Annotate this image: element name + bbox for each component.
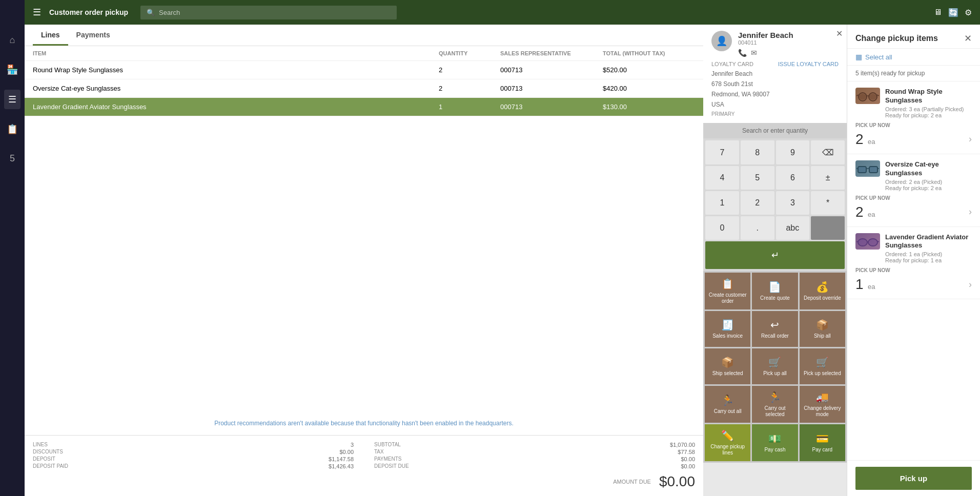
tab-lines[interactable]: Lines: [33, 25, 68, 46]
pickup-item[interactable]: Lavender Gradient Aviator Sunglasses Ord…: [847, 227, 980, 300]
pickup-item[interactable]: Round Wrap Style Sunglasses Ordered: 3 e…: [847, 81, 980, 154]
pickup-selected-label: Pick up selected: [804, 370, 841, 377]
issue-loyalty-button[interactable]: Issue loyalty card: [778, 61, 839, 67]
item-details-2: Oversize Cat-eye Sunglasses Ordered: 2 e…: [885, 160, 972, 191]
customer-name: Jennifer Beach: [738, 31, 839, 39]
num-2[interactable]: 2: [741, 191, 774, 215]
sidebar-orders-icon[interactable]: 📋: [3, 119, 22, 139]
pickup-now-label-3: PICK UP NOW: [855, 267, 972, 273]
carry-out-selected-label: Carry out selected: [755, 405, 794, 418]
pickup-items-list: Round Wrap Style Sunglasses Ordered: 3 e…: [847, 81, 980, 460]
create-quote-btn[interactable]: 📄 Create quote: [752, 273, 798, 309]
num-3[interactable]: 3: [776, 191, 810, 215]
pay-cash-btn[interactable]: 💵 Pay cash: [752, 424, 798, 461]
qty-display-2: 2 ea: [855, 204, 875, 220]
select-all-button[interactable]: Select all: [865, 53, 892, 61]
pickup-chevron-2[interactable]: ›: [969, 206, 972, 217]
hamburger-icon[interactable]: ☰: [33, 7, 41, 18]
recall-label: Recall order: [761, 333, 789, 339]
refresh-icon[interactable]: 🔄: [948, 8, 958, 17]
customer-avatar: 👤: [711, 31, 732, 51]
amount-due-label: AMOUNT DUE: [613, 479, 651, 485]
num-1[interactable]: 1: [705, 191, 739, 215]
num-4[interactable]: 4: [705, 166, 739, 190]
pickup-item[interactable]: Oversize Cat-eye Sunglasses Ordered: 2 e…: [847, 154, 980, 227]
carry-out-selected-btn[interactable]: 🏃 Carry out selected: [752, 386, 798, 423]
page-title: Customer order pickup: [49, 8, 128, 16]
sidebar-home-icon[interactable]: ⌂: [6, 31, 19, 50]
loyalty-row: LOYALTY CARD Issue loyalty card: [711, 61, 839, 67]
pickup-now-row-3: 1 ea ›: [855, 276, 972, 293]
num-7[interactable]: 7: [705, 140, 739, 164]
pick-up-all-btn[interactable]: 🛒 Pick up all: [752, 348, 798, 384]
deposit-value: $1,147.58: [329, 456, 354, 462]
item-details-3: Lavender Gradient Aviator Sunglasses Ord…: [885, 233, 972, 264]
search-input[interactable]: [159, 9, 391, 16]
item-rep: 000713: [500, 85, 603, 92]
customer-close-icon[interactable]: ✕: [836, 29, 843, 38]
deposit-override-btn[interactable]: 💰 Deposit override: [800, 273, 845, 309]
num-5[interactable]: 5: [741, 166, 774, 190]
deposit-label: Deposit override: [804, 295, 841, 301]
table-row[interactable]: Round Wrap Style Sunglasses 2 000713 $52…: [25, 61, 703, 79]
recall-order-btn[interactable]: ↩ Recall order: [752, 311, 798, 347]
plusminus-btn[interactable]: ±: [811, 166, 845, 190]
enter-btn[interactable]: ↵: [705, 241, 845, 269]
pickup-selected-icon: 🛒: [816, 356, 829, 368]
table-row-selected[interactable]: Lavender Gradient Aviator Sunglasses 1 0…: [25, 98, 703, 116]
item-ready-1: Ready for pickup: 2 ea: [885, 112, 972, 118]
num-8[interactable]: 8: [741, 140, 774, 164]
sales-invoice-btn[interactable]: 🧾 Sales invoice: [705, 311, 750, 347]
num-0[interactable]: 0: [705, 216, 739, 240]
tab-payments[interactable]: Payments: [68, 25, 118, 46]
item-ready-2: Ready for pickup: 2 ea: [885, 185, 972, 191]
item-details-1: Round Wrap Style Sunglasses Ordered: 3 e…: [885, 88, 972, 118]
pickup-lines-icon: ✏️: [721, 429, 734, 442]
email-icon[interactable]: ✉: [751, 49, 757, 57]
pickup-header: Change pickup items ✕: [847, 25, 980, 49]
backspace-btn[interactable]: ⌫: [811, 140, 845, 164]
sidebar-menu-icon[interactable]: ☰: [4, 90, 21, 109]
abc-btn[interactable]: abc: [776, 216, 810, 240]
pickup-chevron-1[interactable]: ›: [969, 134, 972, 144]
num-6[interactable]: 6: [776, 166, 810, 190]
pick-up-selected-btn[interactable]: 🛒 Pick up selected: [800, 348, 845, 384]
sidebar-store-icon[interactable]: 🏪: [3, 60, 22, 79]
pickup-close-icon[interactable]: ✕: [964, 33, 972, 44]
action-grid: 📋 Create customer order 📄 Create quote 💰…: [703, 271, 847, 463]
pickup-unit-2: ea: [868, 211, 875, 218]
change-pickup-lines-btn[interactable]: ✏️ Change pickup lines: [705, 424, 750, 461]
order-panel: Lines Payments ITEM QUANTITY SALES REPRE…: [25, 25, 703, 496]
num-9[interactable]: 9: [776, 140, 810, 164]
multiply-btn[interactable]: *: [811, 191, 845, 215]
ship-all-btn[interactable]: 📦 Ship all: [800, 311, 845, 347]
topbar-icons: 🖥 🔄 ⚙: [934, 8, 972, 17]
customer-name-detail: Jennifer Beach: [711, 70, 839, 77]
svg-line-18: [877, 241, 879, 242]
item-image-2: [855, 160, 880, 177]
ship-selected-btn[interactable]: 📦 Ship selected: [705, 348, 750, 384]
ship-selected-icon: 📦: [721, 356, 734, 368]
pickup-qty-3: 1: [855, 276, 864, 292]
pickup-chevron-3[interactable]: ›: [969, 279, 972, 290]
carry-out-all-btn[interactable]: 🏃 Carry out all: [705, 386, 750, 423]
table-row[interactable]: Oversize Cat-eye Sunglasses 2 000713 $42…: [25, 79, 703, 98]
settings-icon[interactable]: ⚙: [965, 8, 972, 17]
sidebar-number-icon[interactable]: 5: [6, 149, 19, 168]
item-name: Oversize Cat-eye Sunglasses: [33, 85, 439, 92]
pay-card-btn[interactable]: 💳 Pay card: [800, 424, 845, 461]
change-delivery-mode-btn[interactable]: 🚚 Change delivery mode: [800, 386, 845, 423]
create-customer-order-btn[interactable]: 📋 Create customer order: [705, 273, 750, 309]
pickup-item-top: Lavender Gradient Aviator Sunglasses Ord…: [855, 233, 972, 264]
decimal-btn[interactable]: .: [741, 216, 774, 240]
phone-icon[interactable]: 📞: [738, 49, 747, 57]
monitor-icon[interactable]: 🖥: [934, 8, 942, 17]
pickup-button[interactable]: Pick up: [855, 467, 972, 490]
lines-value: 3: [351, 442, 354, 448]
search-box[interactable]: 🔍: [140, 6, 397, 19]
pay-card-label: Pay card: [812, 447, 832, 453]
search-qty-bar: Search or enter quantity: [703, 123, 847, 138]
deposit-paid-label: DEPOSIT PAID: [33, 463, 68, 469]
items-ready-message: 5 item(s) ready for pickup: [847, 66, 980, 81]
create-order-icon: 📋: [721, 278, 734, 290]
